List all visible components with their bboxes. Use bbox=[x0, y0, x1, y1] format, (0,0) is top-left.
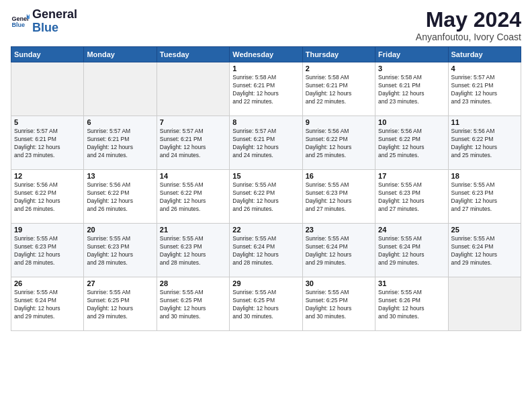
day-cell: 18Sunrise: 5:55 AM Sunset: 6:23 PM Dayli… bbox=[448, 170, 521, 224]
day-info: Sunrise: 5:55 AM Sunset: 6:23 PM Dayligh… bbox=[378, 181, 445, 214]
day-cell: 17Sunrise: 5:55 AM Sunset: 6:23 PM Dayli… bbox=[375, 170, 448, 224]
day-cell: 7Sunrise: 5:57 AM Sunset: 6:21 PM Daylig… bbox=[157, 116, 229, 170]
svg-text:Blue: Blue bbox=[11, 21, 25, 28]
day-number: 7 bbox=[160, 118, 226, 126]
day-info: Sunrise: 5:55 AM Sunset: 6:24 PM Dayligh… bbox=[14, 289, 81, 321]
day-number: 18 bbox=[451, 172, 518, 180]
day-number: 26 bbox=[14, 279, 81, 287]
calendar-table: SundayMondayTuesdayWednesdayThursdayFrid… bbox=[11, 46, 521, 331]
day-info: Sunrise: 5:55 AM Sunset: 6:24 PM Dayligh… bbox=[451, 235, 518, 267]
day-cell: 26Sunrise: 5:55 AM Sunset: 6:24 PM Dayli… bbox=[11, 277, 84, 331]
day-info: Sunrise: 5:58 AM Sunset: 6:21 PM Dayligh… bbox=[306, 74, 372, 106]
day-info: Sunrise: 5:57 AM Sunset: 6:21 PM Dayligh… bbox=[451, 74, 518, 106]
day-number: 10 bbox=[378, 118, 445, 126]
calendar-subtitle: Anyanfoutou, Ivory Coast bbox=[416, 32, 521, 42]
day-number: 1 bbox=[232, 64, 299, 73]
day-cell: 13Sunrise: 5:56 AM Sunset: 6:22 PM Dayli… bbox=[84, 170, 157, 224]
day-number: 4 bbox=[451, 64, 518, 73]
day-info: Sunrise: 5:55 AM Sunset: 6:22 PM Dayligh… bbox=[232, 181, 299, 214]
day-cell: 24Sunrise: 5:55 AM Sunset: 6:24 PM Dayli… bbox=[375, 224, 448, 277]
day-number: 3 bbox=[378, 64, 445, 73]
title-block: May 2024 Anyanfoutou, Ivory Coast bbox=[416, 8, 521, 42]
day-info: Sunrise: 5:55 AM Sunset: 6:23 PM Dayligh… bbox=[87, 235, 153, 267]
day-number: 17 bbox=[378, 172, 445, 180]
day-info: Sunrise: 5:55 AM Sunset: 6:25 PM Dayligh… bbox=[306, 289, 372, 321]
day-info: Sunrise: 5:55 AM Sunset: 6:23 PM Dayligh… bbox=[451, 181, 518, 214]
day-cell: 5Sunrise: 5:57 AM Sunset: 6:21 PM Daylig… bbox=[11, 116, 84, 170]
day-number: 13 bbox=[87, 172, 153, 180]
day-info: Sunrise: 5:55 AM Sunset: 6:23 PM Dayligh… bbox=[160, 235, 226, 267]
day-info: Sunrise: 5:56 AM Sunset: 6:22 PM Dayligh… bbox=[378, 128, 445, 160]
day-info: Sunrise: 5:58 AM Sunset: 6:21 PM Dayligh… bbox=[378, 74, 445, 106]
day-cell: 3Sunrise: 5:58 AM Sunset: 6:21 PM Daylig… bbox=[375, 62, 448, 116]
header-saturday: Saturday bbox=[448, 47, 521, 62]
day-number: 9 bbox=[306, 118, 372, 126]
header-thursday: Thursday bbox=[302, 47, 375, 62]
day-info: Sunrise: 5:55 AM Sunset: 6:26 PM Dayligh… bbox=[378, 289, 445, 321]
day-cell: 20Sunrise: 5:55 AM Sunset: 6:23 PM Dayli… bbox=[84, 224, 157, 277]
day-number: 22 bbox=[232, 226, 299, 234]
header-monday: Monday bbox=[84, 47, 157, 62]
day-cell: 19Sunrise: 5:55 AM Sunset: 6:23 PM Dayli… bbox=[11, 224, 84, 277]
day-number: 21 bbox=[160, 226, 226, 234]
day-info: Sunrise: 5:55 AM Sunset: 6:24 PM Dayligh… bbox=[306, 235, 372, 267]
day-cell: 14Sunrise: 5:55 AM Sunset: 6:22 PM Dayli… bbox=[157, 170, 229, 224]
header-tuesday: Tuesday bbox=[157, 47, 229, 62]
day-cell bbox=[157, 62, 229, 116]
day-number: 14 bbox=[160, 172, 226, 180]
day-cell: 6Sunrise: 5:57 AM Sunset: 6:21 PM Daylig… bbox=[84, 116, 157, 170]
day-info: Sunrise: 5:56 AM Sunset: 6:22 PM Dayligh… bbox=[87, 181, 153, 214]
day-cell: 27Sunrise: 5:55 AM Sunset: 6:25 PM Dayli… bbox=[84, 277, 157, 331]
day-info: Sunrise: 5:56 AM Sunset: 6:22 PM Dayligh… bbox=[451, 128, 518, 160]
day-number: 19 bbox=[14, 226, 81, 234]
logo-text: GeneralBlue bbox=[32, 8, 77, 35]
day-info: Sunrise: 5:55 AM Sunset: 6:25 PM Dayligh… bbox=[232, 289, 299, 321]
page: General Blue GeneralBlue May 2024 Anyanf… bbox=[0, 0, 532, 411]
day-cell: 25Sunrise: 5:55 AM Sunset: 6:24 PM Dayli… bbox=[448, 224, 521, 277]
day-cell: 2Sunrise: 5:58 AM Sunset: 6:21 PM Daylig… bbox=[302, 62, 375, 116]
day-cell: 8Sunrise: 5:57 AM Sunset: 6:21 PM Daylig… bbox=[230, 116, 302, 170]
week-row-5: 26Sunrise: 5:55 AM Sunset: 6:24 PM Dayli… bbox=[11, 277, 521, 331]
day-info: Sunrise: 5:55 AM Sunset: 6:24 PM Dayligh… bbox=[232, 235, 299, 267]
day-info: Sunrise: 5:56 AM Sunset: 6:22 PM Dayligh… bbox=[14, 181, 81, 214]
day-number: 29 bbox=[232, 279, 299, 287]
day-cell: 30Sunrise: 5:55 AM Sunset: 6:25 PM Dayli… bbox=[302, 277, 375, 331]
day-info: Sunrise: 5:55 AM Sunset: 6:25 PM Dayligh… bbox=[87, 289, 153, 321]
day-number: 28 bbox=[160, 279, 226, 287]
day-cell: 12Sunrise: 5:56 AM Sunset: 6:22 PM Dayli… bbox=[11, 170, 84, 224]
day-cell bbox=[11, 62, 84, 116]
header: General Blue GeneralBlue May 2024 Anyanf… bbox=[11, 8, 521, 42]
day-number: 15 bbox=[232, 172, 299, 180]
day-number: 11 bbox=[451, 118, 518, 126]
day-number: 23 bbox=[306, 226, 372, 234]
header-row: SundayMondayTuesdayWednesdayThursdayFrid… bbox=[11, 47, 521, 62]
week-row-3: 12Sunrise: 5:56 AM Sunset: 6:22 PM Dayli… bbox=[11, 170, 521, 224]
header-sunday: Sunday bbox=[11, 47, 84, 62]
day-number: 2 bbox=[306, 64, 372, 73]
day-info: Sunrise: 5:57 AM Sunset: 6:21 PM Dayligh… bbox=[232, 128, 299, 160]
day-cell: 4Sunrise: 5:57 AM Sunset: 6:21 PM Daylig… bbox=[448, 62, 521, 116]
header-friday: Friday bbox=[375, 47, 448, 62]
day-info: Sunrise: 5:57 AM Sunset: 6:21 PM Dayligh… bbox=[14, 128, 81, 160]
day-info: Sunrise: 5:57 AM Sunset: 6:21 PM Dayligh… bbox=[160, 128, 226, 160]
day-cell: 11Sunrise: 5:56 AM Sunset: 6:22 PM Dayli… bbox=[448, 116, 521, 170]
week-row-2: 5Sunrise: 5:57 AM Sunset: 6:21 PM Daylig… bbox=[11, 116, 521, 170]
day-number: 30 bbox=[306, 279, 372, 287]
week-row-1: 1Sunrise: 5:58 AM Sunset: 6:21 PM Daylig… bbox=[11, 62, 521, 116]
header-wednesday: Wednesday bbox=[230, 47, 302, 62]
day-number: 16 bbox=[306, 172, 372, 180]
day-info: Sunrise: 5:55 AM Sunset: 6:23 PM Dayligh… bbox=[14, 235, 81, 267]
day-cell: 10Sunrise: 5:56 AM Sunset: 6:22 PM Dayli… bbox=[375, 116, 448, 170]
day-number: 8 bbox=[232, 118, 299, 126]
day-cell: 9Sunrise: 5:56 AM Sunset: 6:22 PM Daylig… bbox=[302, 116, 375, 170]
day-info: Sunrise: 5:55 AM Sunset: 6:25 PM Dayligh… bbox=[160, 289, 226, 321]
calendar-title: May 2024 bbox=[416, 8, 521, 32]
day-cell: 21Sunrise: 5:55 AM Sunset: 6:23 PM Dayli… bbox=[157, 224, 229, 277]
day-number: 5 bbox=[14, 118, 81, 126]
day-cell: 16Sunrise: 5:55 AM Sunset: 6:23 PM Dayli… bbox=[302, 170, 375, 224]
day-cell: 23Sunrise: 5:55 AM Sunset: 6:24 PM Dayli… bbox=[302, 224, 375, 277]
day-number: 12 bbox=[14, 172, 81, 180]
calendar-header: SundayMondayTuesdayWednesdayThursdayFrid… bbox=[11, 47, 521, 62]
day-cell: 15Sunrise: 5:55 AM Sunset: 6:22 PM Dayli… bbox=[230, 170, 302, 224]
week-row-4: 19Sunrise: 5:55 AM Sunset: 6:23 PM Dayli… bbox=[11, 224, 521, 277]
